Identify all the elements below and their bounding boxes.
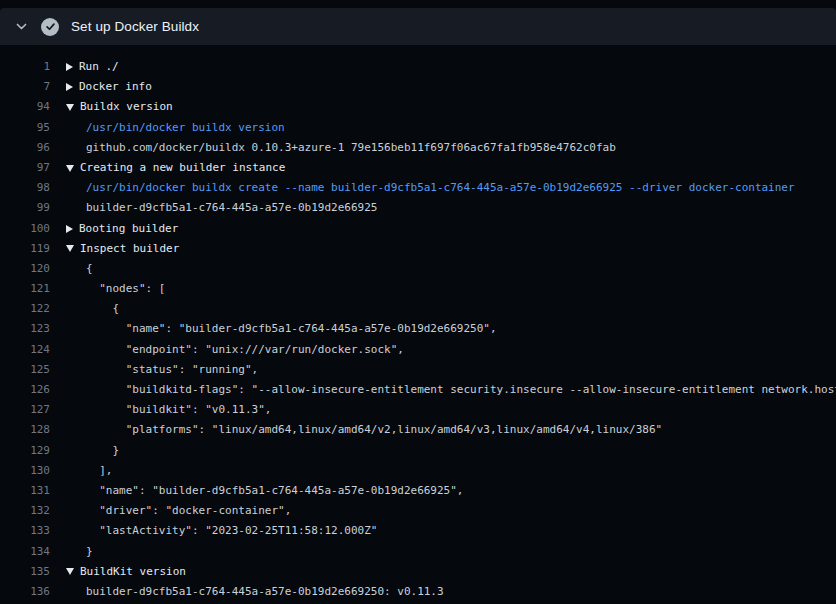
line-number[interactable]: 133: [0, 521, 50, 541]
log-line: 131 "name": "builder-d9cfb5a1-c764-445a-…: [0, 481, 836, 501]
line-number[interactable]: 7: [0, 77, 50, 97]
log-line: 120 {: [0, 259, 836, 279]
line-number[interactable]: 98: [0, 178, 50, 198]
line-number[interactable]: 100: [0, 219, 50, 239]
line-number[interactable]: 126: [0, 380, 50, 400]
log-line: 121 "nodes": [: [0, 279, 836, 299]
line-text: Booting builder: [79, 219, 178, 239]
line-text: Buildx version: [80, 97, 173, 117]
line-text: "status": "running",: [86, 360, 258, 380]
line-number[interactable]: 132: [0, 501, 50, 521]
line-number[interactable]: 123: [0, 319, 50, 339]
log-line: 99 builder-d9cfb5a1-c764-445a-a57e-0b19d…: [0, 198, 836, 218]
log-line[interactable]: 135 BuildKit version: [0, 562, 836, 582]
line-text: "driver": "docker-container",: [86, 501, 291, 521]
line-number[interactable]: 134: [0, 542, 50, 562]
line-text: "name": "builder-d9cfb5a1-c764-445a-a57e…: [86, 481, 464, 501]
line-number[interactable]: 135: [0, 562, 50, 582]
line-text: "endpoint": "unix:///var/run/docker.sock…: [86, 340, 404, 360]
line-text: BuildKit version: [80, 562, 186, 582]
line-number[interactable]: 94: [0, 97, 50, 117]
line-number[interactable]: 127: [0, 400, 50, 420]
group-toggle-icon[interactable]: [66, 63, 73, 71]
line-number[interactable]: 130: [0, 461, 50, 481]
chevron-down-icon[interactable]: [15, 20, 28, 33]
log-line: 122 {: [0, 299, 836, 319]
step-header[interactable]: Set up Docker Buildx: [0, 8, 836, 45]
line-number[interactable]: 96: [0, 138, 50, 158]
line-text: "nodes": [: [86, 279, 165, 299]
line-number[interactable]: 122: [0, 299, 50, 319]
line-number[interactable]: 121: [0, 279, 50, 299]
line-text: /usr/bin/docker buildx version: [86, 118, 285, 138]
line-number[interactable]: 120: [0, 259, 50, 279]
log-line[interactable]: 94 Buildx version: [0, 97, 836, 117]
log-line[interactable]: 7 Docker info: [0, 77, 836, 97]
log-lines: 1 Run ./ 7 Docker info 94 Buildx version…: [0, 45, 836, 602]
group-toggle-icon[interactable]: [66, 245, 74, 252]
step-title: Set up Docker Buildx: [71, 19, 199, 34]
line-text: /usr/bin/docker buildx create --name bui…: [86, 178, 795, 198]
group-toggle-icon[interactable]: [66, 83, 73, 91]
group-toggle-icon[interactable]: [66, 568, 74, 575]
log-line[interactable]: 119 Inspect builder: [0, 239, 836, 259]
line-number[interactable]: 128: [0, 420, 50, 440]
log-line[interactable]: 100 Booting builder: [0, 219, 836, 239]
log-line: 123 "name": "builder-d9cfb5a1-c764-445a-…: [0, 319, 836, 339]
line-number[interactable]: 129: [0, 441, 50, 461]
log-line: 136 builder-d9cfb5a1-c764-445a-a57e-0b19…: [0, 582, 836, 602]
line-text: "buildkitd-flags": "--allow-insecure-ent…: [86, 380, 836, 400]
log-line: 125 "status": "running",: [0, 360, 836, 380]
line-number[interactable]: 125: [0, 360, 50, 380]
line-number[interactable]: 97: [0, 158, 50, 178]
log-line[interactable]: 1 Run ./: [0, 57, 836, 77]
line-text: }: [86, 542, 93, 562]
log-line: 95 /usr/bin/docker buildx version: [0, 118, 836, 138]
line-text: Creating a new builder instance: [80, 158, 285, 178]
log-line: 130 ],: [0, 461, 836, 481]
log-line: 133 "lastActivity": "2023-02-25T11:58:12…: [0, 521, 836, 541]
line-number[interactable]: 119: [0, 239, 50, 259]
line-text: github.com/docker/buildx 0.10.3+azure-1 …: [86, 138, 616, 158]
log-line: 132 "driver": "docker-container",: [0, 501, 836, 521]
line-number[interactable]: 136: [0, 582, 50, 602]
line-number[interactable]: 1: [0, 57, 50, 77]
line-text: {: [86, 259, 93, 279]
check-circle-icon: [41, 18, 59, 36]
group-toggle-icon[interactable]: [66, 225, 73, 233]
log-line: 124 "endpoint": "unix:///var/run/docker.…: [0, 340, 836, 360]
line-text: {: [86, 299, 119, 319]
line-text: "platforms": "linux/amd64,linux/amd64/v2…: [86, 420, 662, 440]
line-text: builder-d9cfb5a1-c764-445a-a57e-0b19d2e6…: [86, 582, 444, 602]
line-text: Docker info: [79, 77, 152, 97]
log-line: 126 "buildkitd-flags": "--allow-insecure…: [0, 380, 836, 400]
line-text: "name": "builder-d9cfb5a1-c764-445a-a57e…: [86, 319, 497, 339]
group-toggle-icon[interactable]: [66, 104, 74, 111]
line-text: "lastActivity": "2023-02-25T11:58:12.000…: [86, 521, 377, 541]
line-number[interactable]: 99: [0, 198, 50, 218]
line-text: "buildkit": "v0.11.3",: [86, 400, 271, 420]
line-text: ],: [86, 461, 113, 481]
log-line: 96 github.com/docker/buildx 0.10.3+azure…: [0, 138, 836, 158]
log-line: 127 "buildkit": "v0.11.3",: [0, 400, 836, 420]
line-number[interactable]: 124: [0, 340, 50, 360]
line-number[interactable]: 95: [0, 118, 50, 138]
line-number[interactable]: 131: [0, 481, 50, 501]
line-text: Inspect builder: [80, 239, 179, 259]
line-text: builder-d9cfb5a1-c764-445a-a57e-0b19d2e6…: [86, 198, 377, 218]
log-line: 98 /usr/bin/docker buildx create --name …: [0, 178, 836, 198]
log-line: 128 "platforms": "linux/amd64,linux/amd6…: [0, 420, 836, 440]
log-line[interactable]: 97 Creating a new builder instance: [0, 158, 836, 178]
log-line: 134 }: [0, 542, 836, 562]
log-line: 129 }: [0, 441, 836, 461]
group-toggle-icon[interactable]: [66, 165, 74, 172]
line-text: }: [86, 441, 119, 461]
line-text: Run ./: [79, 57, 119, 77]
